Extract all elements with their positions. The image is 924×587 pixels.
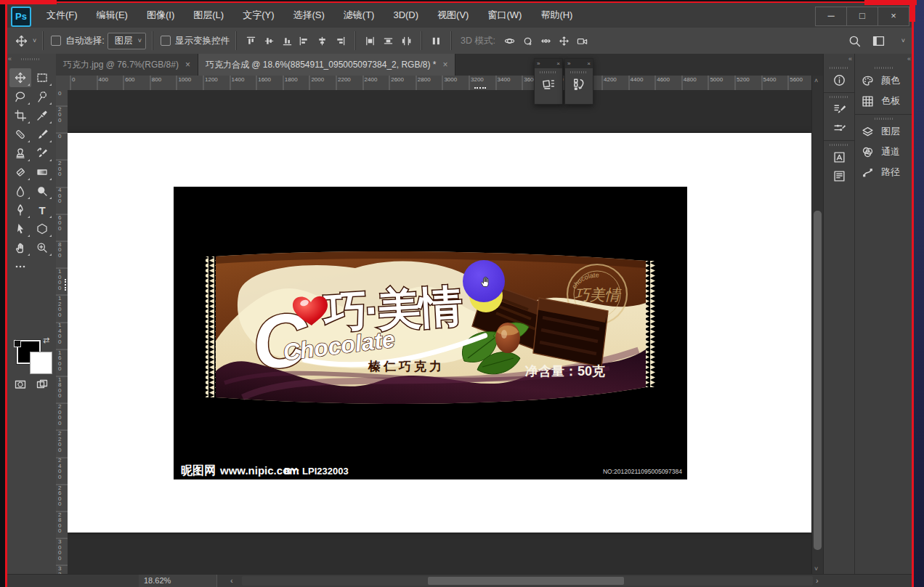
horizontal-scrollbar[interactable] xyxy=(242,576,813,586)
align-bottom-button[interactable] xyxy=(282,36,293,46)
collapse-toolbar-icon[interactable]: « xyxy=(8,55,11,62)
align-vcenter-button[interactable] xyxy=(264,36,275,46)
chevron-down-icon[interactable]: ˅ xyxy=(33,37,36,44)
collapse-dock-icon[interactable]: « xyxy=(824,54,854,65)
background-color-swatch[interactable] xyxy=(30,352,52,374)
dist-spacing-button[interactable] xyxy=(431,36,442,46)
quick-mask-button[interactable] xyxy=(9,375,31,394)
panel-paragraph-button[interactable] xyxy=(824,166,854,185)
collapse-panel-icon[interactable]: » xyxy=(567,60,570,67)
tab-document-1[interactable]: 巧克力.jpg @ 76.7%(RGB/8#) × xyxy=(56,54,198,76)
zoom-level-field[interactable]: 18.62% xyxy=(139,575,217,587)
tool-dodge[interactable] xyxy=(31,182,53,201)
ruler-corner[interactable] xyxy=(56,76,68,91)
tool-pathselect[interactable] xyxy=(9,219,31,238)
tool-quickselect[interactable] xyxy=(31,87,53,106)
camera3d-button[interactable] xyxy=(577,36,588,46)
tool-shape[interactable] xyxy=(31,219,53,238)
slide3d-button[interactable] xyxy=(559,36,570,46)
gripper[interactable] xyxy=(830,96,848,98)
menu-item-5[interactable]: 选择(S) xyxy=(283,3,333,28)
dist-left-button[interactable] xyxy=(365,36,376,46)
menu-item-1[interactable]: 编辑(E) xyxy=(87,3,137,28)
maximize-button[interactable]: □ xyxy=(846,7,878,26)
tool-historybrush[interactable] xyxy=(31,144,53,163)
tool-move[interactable] xyxy=(9,68,31,87)
workspace-switcher-icon[interactable] xyxy=(872,35,885,47)
pan3d-button[interactable] xyxy=(540,36,551,46)
tool-ellipsis[interactable] xyxy=(9,257,31,276)
menu-item-8[interactable]: 视图(V) xyxy=(428,3,478,28)
panel-paths-button[interactable]: 路径 xyxy=(855,162,913,182)
gripper[interactable] xyxy=(875,118,893,120)
properties-panel-icon[interactable] xyxy=(542,78,555,91)
collapse-panel-icon[interactable]: » xyxy=(537,60,540,67)
auto-select-dropdown[interactable]: 图层 ˅ xyxy=(108,33,146,49)
tool-brush[interactable] xyxy=(31,125,53,144)
search-icon[interactable] xyxy=(848,35,861,47)
align-top-button[interactable] xyxy=(246,36,256,46)
dist-hcenter-button[interactable] xyxy=(383,36,394,46)
dist-right-button[interactable] xyxy=(401,36,412,46)
menu-item-3[interactable]: 图层(L) xyxy=(184,3,233,28)
align-left-button[interactable] xyxy=(299,36,309,46)
show-transform-checkbox[interactable] xyxy=(161,36,171,46)
panel-character-button[interactable] xyxy=(824,147,854,166)
gripper[interactable] xyxy=(540,71,557,73)
menu-item-7[interactable]: 3D(D) xyxy=(384,3,428,28)
tool-crop[interactable] xyxy=(9,106,31,125)
panel-swatches-button[interactable]: 色板 xyxy=(855,91,913,111)
tool-healing[interactable] xyxy=(9,125,31,144)
close-tab-icon[interactable]: × xyxy=(442,60,447,70)
scroll-right-icon[interactable]: › xyxy=(816,575,819,587)
close-panel-icon[interactable]: × xyxy=(556,60,560,67)
panel-brush-settings-button[interactable] xyxy=(824,100,854,118)
tool-type[interactable]: T xyxy=(31,201,53,219)
tool-eyedropper[interactable] xyxy=(31,106,53,125)
menu-item-2[interactable]: 图像(I) xyxy=(137,3,184,28)
gripper[interactable] xyxy=(21,58,40,60)
collapse-dock-icon[interactable]: « xyxy=(855,54,913,65)
tool-hand[interactable] xyxy=(9,238,31,257)
close-tab-icon[interactable]: × xyxy=(185,60,190,70)
menu-item-10[interactable]: 帮助(H) xyxy=(531,3,582,28)
tool-gradient[interactable] xyxy=(31,163,53,182)
swap-colors-icon[interactable]: ⇄ xyxy=(43,336,49,345)
horizontal-ruler[interactable]: 0400600800100012001400160018002000220024… xyxy=(68,76,811,91)
panel-color-button[interactable]: 颜色 xyxy=(855,70,913,91)
menu-item-9[interactable]: 窗口(W) xyxy=(478,3,531,28)
vertical-scroll-thumb[interactable] xyxy=(814,211,822,550)
tool-lasso[interactable] xyxy=(9,87,31,106)
tab-document-2[interactable]: 巧克力合成 @ 18.6%(8854911_095005097384_2, RG… xyxy=(198,54,456,76)
gripper[interactable] xyxy=(830,67,848,69)
tool-pen[interactable] xyxy=(9,201,31,219)
close-panel-icon[interactable]: × xyxy=(587,60,591,67)
minimize-button[interactable]: ─ xyxy=(815,7,847,26)
auto-select-checkbox[interactable] xyxy=(51,36,61,46)
history-panel-icon[interactable] xyxy=(572,78,585,91)
align-right-button[interactable] xyxy=(335,36,346,46)
vertical-ruler[interactable]: 4002000200400600800100012001400160018002… xyxy=(56,90,68,574)
vertical-scrollbar[interactable]: ˄ ˅ xyxy=(811,76,824,574)
align-hcenter-button[interactable] xyxy=(317,36,328,46)
gripper[interactable] xyxy=(570,71,588,73)
gripper[interactable] xyxy=(830,144,848,146)
panel-channels-button[interactable]: 通道 xyxy=(855,142,913,162)
close-button[interactable]: × xyxy=(878,7,909,26)
canvas-pasteboard[interactable]: chocolate colate 巧美情 xyxy=(68,90,811,574)
tool-stamp[interactable] xyxy=(9,144,31,163)
roll3d-button[interactable] xyxy=(522,36,533,46)
menu-item-6[interactable]: 滤镜(T) xyxy=(334,3,384,28)
scroll-left-icon[interactable]: ‹ xyxy=(230,575,233,587)
tool-eraser[interactable] xyxy=(9,163,31,182)
tool-blur[interactable] xyxy=(9,182,31,201)
panel-layers-button[interactable]: 图层 xyxy=(855,121,913,142)
tool-zoomtool[interactable] xyxy=(31,238,53,257)
screen-mode-button[interactable] xyxy=(31,375,53,394)
panel-brushes-button[interactable] xyxy=(824,118,854,137)
orbit3d-button[interactable] xyxy=(504,36,515,46)
menu-item-0[interactable]: 文件(F) xyxy=(37,3,87,28)
horizontal-scroll-thumb[interactable] xyxy=(428,577,624,585)
panel-info-button[interactable] xyxy=(824,70,854,89)
chevron-down-icon[interactable]: ˅ xyxy=(901,37,905,44)
